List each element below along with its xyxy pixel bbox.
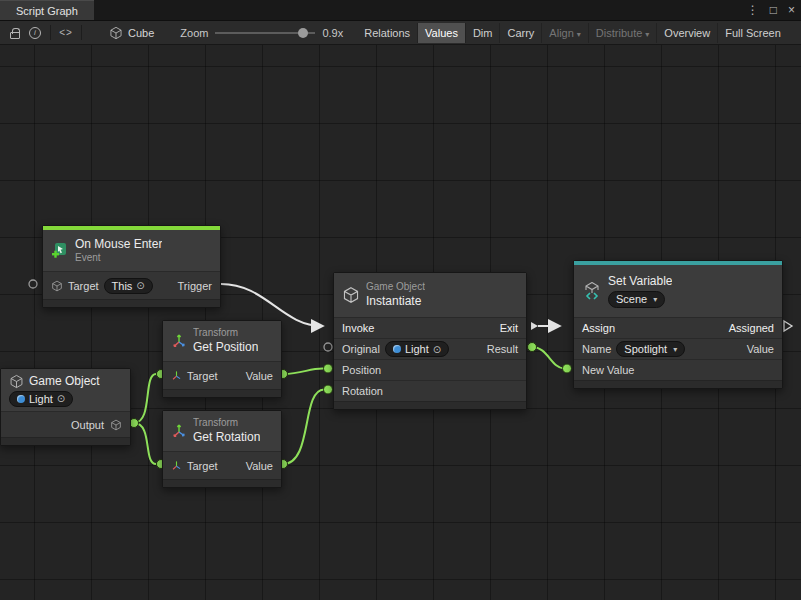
port-label-value: Value [747, 343, 774, 355]
close-icon[interactable]: × [788, 4, 795, 16]
game-object-icon [110, 419, 122, 431]
target-value-chip[interactable]: This ⊙ [104, 278, 153, 294]
node-on-mouse-enter[interactable]: On Mouse Enter Event Target This ⊙ Trigg… [42, 225, 221, 308]
port-label-rotation: Rotation [342, 385, 383, 397]
port-label-value: Value [246, 370, 273, 382]
node-footer [574, 380, 782, 388]
wire-rotation-value[interactable] [283, 390, 324, 465]
window-tab-bar: Script Graph ⋮ □ × [0, 0, 801, 20]
toolbar-separator [50, 25, 51, 40]
graph-breadcrumb[interactable]: Cube [109, 26, 154, 40]
port-target-input[interactable] [29, 280, 37, 288]
port-label-exit: Exit [500, 322, 518, 334]
zoom-slider[interactable] [215, 32, 315, 34]
set-variable-icon [582, 281, 602, 301]
wire-light-to-getrotation[interactable] [134, 423, 156, 464]
object-picker-icon[interactable]: ⊙ [136, 280, 144, 291]
dim-button[interactable]: Dim [465, 23, 500, 43]
port-label-assign: Assign [582, 322, 615, 334]
port-result-output[interactable] [528, 343, 537, 352]
variable-name-chip[interactable]: Spotlight ▾ [616, 341, 685, 357]
variable-scope-chip[interactable]: Scene ▾ [608, 291, 665, 309]
light-icon [17, 395, 25, 403]
port-label-target: Target [68, 280, 99, 292]
chevron-down-icon: ▾ [577, 30, 581, 39]
values-button[interactable]: Values [417, 23, 465, 43]
graph-name-label: Cube [128, 27, 154, 39]
toolbar-separator [81, 25, 82, 40]
graph-canvas[interactable]: On Mouse Enter Event Target This ⊙ Trigg… [0, 45, 801, 600]
transform-icon [171, 370, 182, 381]
info-icon[interactable]: i [25, 23, 45, 43]
game-object-icon [9, 374, 24, 389]
node-footer [163, 389, 281, 397]
object-picker-icon[interactable]: ⊙ [433, 344, 441, 355]
port-position-input[interactable] [324, 364, 333, 373]
transform-icon [171, 423, 187, 439]
node-set-variable[interactable]: Set Variable Scene ▾ Assign Assigned Nam… [573, 260, 783, 389]
port-rotation-input[interactable] [324, 385, 333, 394]
port-label-invoke: Invoke [342, 322, 374, 334]
port-label-new-value: New Value [582, 364, 634, 376]
zoom-label: Zoom [180, 27, 208, 39]
node-footer [163, 479, 281, 487]
node-title: On Mouse Enter [75, 237, 162, 252]
node-title: Game Object [29, 374, 100, 388]
node-category: Game Object [366, 281, 425, 294]
node-footer [334, 401, 526, 409]
tab-script-graph[interactable]: Script Graph [0, 0, 94, 20]
game-object-icon [51, 280, 63, 292]
light-icon [393, 345, 401, 353]
node-title: Instantiate [366, 294, 425, 309]
node-game-object-light[interactable]: Game Object Light ⊙ Output [0, 368, 131, 446]
port-newvalue-input[interactable] [563, 364, 572, 373]
overview-button[interactable]: Overview [656, 23, 717, 43]
port-assigned-arrow[interactable] [784, 321, 792, 331]
code-preview-icon[interactable]: <> [56, 23, 76, 43]
chevron-down-icon: ▾ [653, 295, 657, 305]
distribute-button[interactable]: Distribute▾ [588, 23, 656, 43]
node-footer [43, 299, 220, 307]
relations-button[interactable]: Relations [357, 23, 417, 43]
transform-icon [171, 460, 182, 471]
carry-button[interactable]: Carry [499, 23, 541, 43]
game-object-icon [342, 286, 360, 304]
cube-icon [109, 26, 123, 40]
align-button[interactable]: Align▾ [541, 23, 587, 43]
node-category: Transform [193, 417, 260, 430]
zoom-slider-handle[interactable] [298, 28, 308, 38]
wire-result-to-newvalue[interactable] [532, 347, 564, 369]
node-get-position[interactable]: Transform Get Position Target Value [162, 320, 282, 398]
port-original-input[interactable] [324, 343, 332, 351]
node-title: Get Position [193, 340, 258, 355]
port-label-position: Position [342, 364, 381, 376]
window-menu-icon[interactable]: ⋮ [747, 4, 759, 16]
port-label-result: Result [487, 343, 518, 355]
light-object-chip[interactable]: Light ⊙ [9, 391, 73, 407]
zoom-value: 0.9x [322, 27, 343, 39]
mouse-enter-icon [51, 242, 69, 260]
node-instantiate[interactable]: Game Object Instantiate Invoke Exit Orig… [333, 272, 527, 410]
wire-position-value[interactable] [283, 368, 324, 374]
chevron-down-icon: ▾ [645, 30, 649, 39]
tab-title: Script Graph [16, 5, 78, 17]
node-get-rotation[interactable]: Transform Get Rotation Target Value [162, 410, 282, 488]
port-label-original: Original [342, 343, 380, 355]
lock-icon[interactable] [5, 23, 25, 43]
node-subtitle: Event [75, 252, 162, 265]
maximize-icon[interactable]: □ [770, 4, 777, 16]
port-label-name: Name [582, 343, 611, 355]
wire-light-to-getposition[interactable] [134, 374, 156, 423]
original-value-chip[interactable]: Light ⊙ [385, 341, 449, 357]
chevron-down-icon: ▾ [673, 345, 677, 354]
graph-toolbar: i <> Cube Zoom 0.9x Relations Values Dim… [0, 20, 801, 45]
port-label-value: Value [246, 460, 273, 472]
port-exit-arrow[interactable] [531, 322, 538, 330]
transform-icon [171, 333, 187, 349]
object-picker-icon[interactable]: ⊙ [57, 393, 65, 404]
node-title: Set Variable [608, 274, 672, 289]
fullscreen-button[interactable]: Full Screen [717, 23, 788, 43]
node-title: Get Rotation [193, 430, 260, 445]
node-category: Transform [193, 327, 258, 340]
port-label-target: Target [187, 370, 218, 382]
